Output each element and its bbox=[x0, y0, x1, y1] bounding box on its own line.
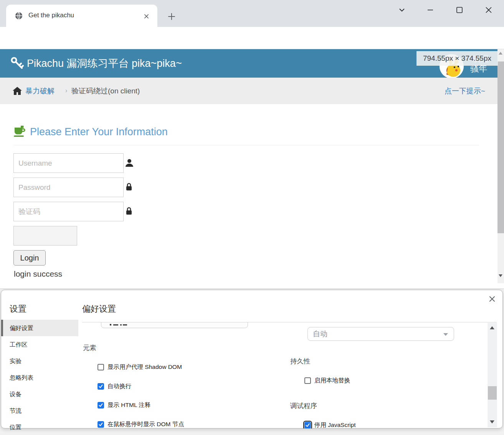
sidebar-item-experiments[interactable]: 实验 bbox=[1, 353, 78, 369]
coffee-cup-icon bbox=[13, 125, 26, 139]
captcha-image[interactable] bbox=[13, 226, 77, 246]
preferences-content: 元素 显示用户代理 Shadow DOM 自动换行 显示 HTML 注释 在鼠标… bbox=[82, 322, 487, 428]
settings-scrollbar[interactable] bbox=[487, 323, 497, 427]
scroll-down-arrow-icon[interactable] bbox=[499, 274, 502, 277]
elements-section-header: 元素 bbox=[83, 343, 96, 352]
clipped-select[interactable] bbox=[101, 322, 248, 328]
pref-row-html-comments[interactable]: 显示 HTML 注释 bbox=[97, 402, 150, 408]
settings-close-icon[interactable] bbox=[489, 296, 496, 302]
minimize-icon[interactable] bbox=[425, 5, 436, 15]
devtools-settings-dialog: 设置 偏好设置 偏好设置 工作区 实验 忽略列表 设备 节流 位置 bbox=[1, 290, 503, 428]
sidebar-item-ignore-list[interactable]: 忽略列表 bbox=[1, 369, 78, 386]
window-close-icon[interactable] bbox=[483, 5, 494, 15]
browser-toolbar: 不安全 39.106.48.91:8765/vul/burteforce/bf_… bbox=[0, 27, 504, 49]
key-icon bbox=[10, 56, 25, 72]
checkbox-unchecked-icon[interactable] bbox=[304, 377, 311, 384]
password-input[interactable] bbox=[13, 178, 124, 197]
scroll-up-arrow-icon[interactable] bbox=[499, 52, 502, 55]
page-content: Please Enter Your Information Login logi… bbox=[0, 104, 497, 289]
chevron-down-icon bbox=[443, 333, 448, 336]
scrollbar-thumb[interactable] bbox=[497, 61, 504, 233]
tab-title: Get the pikachu bbox=[28, 12, 74, 19]
lock-icon bbox=[126, 207, 132, 217]
debugger-section-header: 调试程序 bbox=[290, 401, 317, 410]
breadcrumb-current: 验证码绕过(on client) bbox=[71, 78, 140, 104]
captcha-input[interactable] bbox=[13, 202, 124, 221]
preferences-pane-title: 偏好设置 bbox=[82, 303, 116, 315]
title-divider bbox=[13, 145, 479, 145]
login-status-message: login success bbox=[14, 269, 62, 279]
form-title: Please Enter Your Information bbox=[30, 126, 168, 138]
tab-search-chevron-icon[interactable] bbox=[397, 5, 407, 15]
scroll-up-arrow-icon[interactable] bbox=[490, 326, 494, 329]
browser-window: Get the pikachu bbox=[0, 0, 504, 435]
sidebar-item-preferences[interactable]: 偏好设置 bbox=[1, 320, 78, 336]
devtools-panel: 设置 偏好设置 偏好设置 工作区 实验 忽略列表 设备 节流 位置 bbox=[0, 289, 504, 435]
pref-row-disable-javascript[interactable]: 停用 JavaScript bbox=[304, 422, 356, 428]
sidebar-item-locations[interactable]: 位置 bbox=[1, 419, 78, 435]
scrollbar-thumb[interactable] bbox=[488, 386, 497, 400]
site-title: Pikachu 漏洞练习平台 pika~pika~ bbox=[27, 49, 182, 78]
pref-row-shadow-dom[interactable]: 显示用户代理 Shadow DOM bbox=[97, 364, 182, 370]
login-button[interactable]: Login bbox=[13, 250, 46, 266]
hint-link[interactable]: 点一下提示~ bbox=[445, 78, 485, 104]
checkbox-checked-focused-icon[interactable] bbox=[304, 422, 311, 428]
lock-icon bbox=[126, 183, 132, 193]
new-tab-icon[interactable] bbox=[167, 12, 176, 21]
checkbox-checked-icon[interactable] bbox=[97, 402, 104, 408]
username-input[interactable] bbox=[13, 153, 124, 173]
pref-row-local-overrides[interactable]: 启用本地替换 bbox=[304, 377, 350, 384]
user-icon bbox=[126, 159, 133, 168]
pref-row-dom-on-hover[interactable]: 在鼠标悬停时显示 DOM 节点 bbox=[97, 421, 184, 428]
sidebar-item-throttling[interactable]: 节流 bbox=[1, 402, 78, 419]
settings-title: 设置 bbox=[10, 303, 26, 315]
checkbox-checked-icon[interactable] bbox=[97, 421, 104, 428]
page-scrollbar[interactable] bbox=[497, 49, 504, 283]
settings-sidebar: 偏好设置 工作区 实验 忽略列表 设备 节流 位置 bbox=[1, 320, 78, 435]
sidebar-item-devices[interactable]: 设备 bbox=[1, 386, 78, 402]
element-size-tooltip: 794.55px × 374.55px bbox=[416, 51, 498, 66]
breadcrumb-section-link[interactable]: 暴力破解 bbox=[25, 78, 55, 104]
checkbox-unchecked-icon[interactable] bbox=[97, 364, 104, 370]
checkbox-checked-icon[interactable] bbox=[97, 383, 104, 390]
browser-tab[interactable]: Get the pikachu bbox=[6, 5, 157, 27]
home-icon[interactable] bbox=[12, 86, 22, 97]
tab-strip: Get the pikachu bbox=[0, 0, 504, 27]
panel-layout-select[interactable]: 自动 bbox=[307, 327, 454, 341]
persistence-section-header: 持久性 bbox=[290, 357, 311, 366]
scroll-down-arrow-icon[interactable] bbox=[490, 420, 494, 423]
tab-close-icon[interactable] bbox=[141, 11, 151, 21]
sidebar-item-workspace[interactable]: 工作区 bbox=[1, 336, 78, 353]
breadcrumb-separator: › bbox=[65, 78, 67, 103]
globe-favicon-icon bbox=[15, 12, 23, 20]
breadcrumb: 暴力破解 › 验证码绕过(on client) 点一下提示~ bbox=[0, 78, 504, 104]
maximize-icon[interactable] bbox=[454, 5, 465, 15]
pref-row-word-wrap[interactable]: 自动换行 bbox=[97, 383, 131, 390]
